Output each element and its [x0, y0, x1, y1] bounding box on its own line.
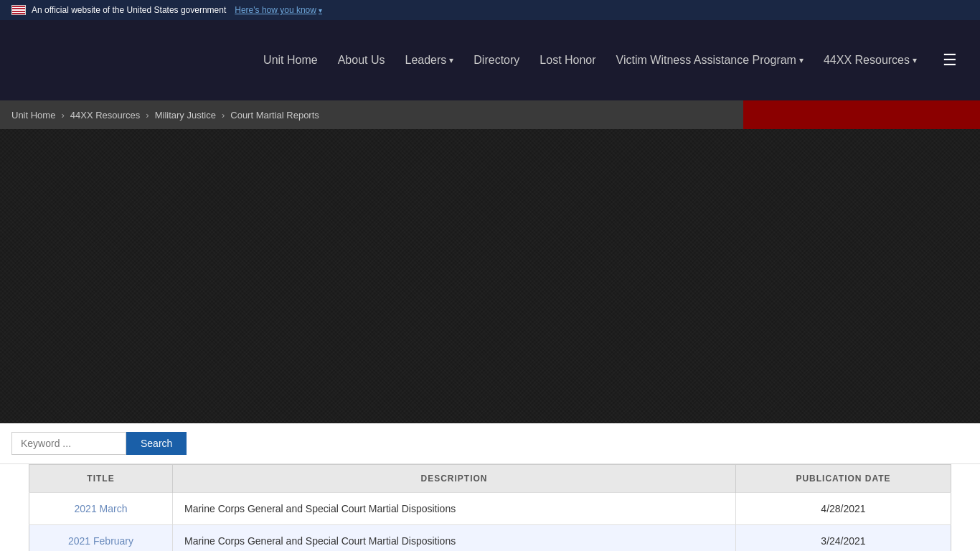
nav-44xx-resources[interactable]: 44XX Resources ▾	[815, 48, 925, 72]
chevron-down-icon: ▾	[799, 55, 804, 65]
cell-date: 3/24/2021	[736, 525, 951, 552]
breadcrumb-bar: Unit Home › 44XX Resources › Military Ju…	[0, 100, 980, 129]
gov-banner: An official website of the United States…	[0, 0, 980, 20]
court-martial-table: TITLE DESCRIPTION PUBLICATION DATE 2021 …	[29, 464, 951, 551]
nav-lost-honor[interactable]: Lost Honor	[531, 48, 604, 72]
nav-directory[interactable]: Directory	[465, 48, 528, 72]
gov-banner-text: An official website of the United States…	[32, 5, 226, 15]
chevron-down-icon: ▾	[319, 6, 322, 14]
search-bar: Search	[0, 423, 980, 464]
main-nav: Unit Home About Us Leaders ▾ Directory L…	[255, 45, 966, 75]
content-area: Search TITLE DESCRIPTION PUBLICATION DAT…	[0, 423, 980, 551]
breadcrumb-separator: ›	[146, 110, 149, 121]
hero-section	[0, 129, 980, 423]
table-row: 2021 FebruaryMarine Corps General and Sp…	[29, 525, 951, 552]
breadcrumb-red-accent	[743, 100, 980, 129]
chevron-down-icon: ▾	[449, 55, 453, 65]
nav-unit-home[interactable]: Unit Home	[255, 48, 326, 72]
nav-leaders[interactable]: Leaders ▾	[396, 48, 462, 72]
breadcrumb-unit-home[interactable]: Unit Home	[11, 110, 55, 121]
search-button[interactable]: Search	[126, 432, 187, 455]
us-flag-icon	[11, 5, 26, 15]
cell-description: Marine Corps General and Special Court M…	[173, 525, 736, 552]
cell-title[interactable]: 2021 February	[29, 525, 173, 552]
nav-vwap[interactable]: Victim Witness Assistance Program ▾	[608, 48, 812, 72]
cell-title[interactable]: 2021 March	[29, 493, 173, 525]
main-header: Unit Home About Us Leaders ▾ Directory L…	[0, 20, 980, 100]
table-header-row: TITLE DESCRIPTION PUBLICATION DATE	[29, 465, 951, 493]
column-header-title: TITLE	[29, 465, 173, 493]
column-header-date: PUBLICATION DATE	[736, 465, 951, 493]
breadcrumb-current: Court Martial Reports	[230, 110, 319, 121]
how-to-know-link[interactable]: Here's how you know ▾	[235, 5, 322, 15]
cell-date: 4/28/2021	[736, 493, 951, 525]
breadcrumb: Unit Home › 44XX Resources › Military Ju…	[0, 100, 743, 129]
cell-description: Marine Corps General and Special Court M…	[173, 493, 736, 525]
breadcrumb-44xx-resources[interactable]: 44XX Resources	[70, 110, 141, 121]
column-header-description: DESCRIPTION	[173, 465, 736, 493]
search-input[interactable]	[11, 432, 126, 455]
nav-about-us[interactable]: About Us	[329, 48, 394, 72]
hamburger-menu-button[interactable]: ☰	[934, 45, 966, 75]
breadcrumb-separator: ›	[222, 110, 225, 121]
chevron-down-icon: ▾	[913, 55, 917, 65]
breadcrumb-military-justice[interactable]: Military Justice	[155, 110, 216, 121]
table-row: 2021 MarchMarine Corps General and Speci…	[29, 493, 951, 525]
breadcrumb-separator: ›	[61, 110, 64, 121]
